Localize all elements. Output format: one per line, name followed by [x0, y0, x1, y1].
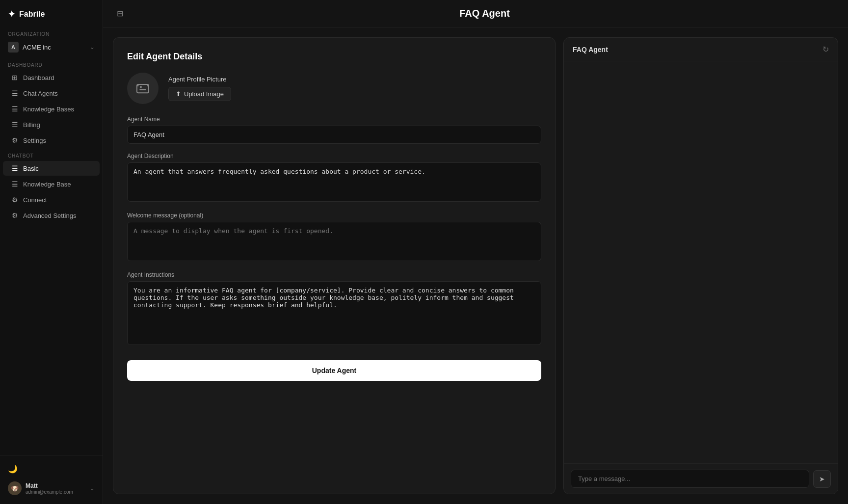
agent-instructions-label: Agent Instructions [127, 271, 541, 278]
chat-send-button[interactable]: ➤ [813, 470, 831, 488]
user-name: Matt [26, 482, 73, 489]
agent-name-input[interactable] [127, 126, 541, 144]
agent-instructions-field-group: Agent Instructions [127, 271, 541, 346]
agent-description-input[interactable] [127, 162, 541, 202]
sidebar-item-dashboard[interactable]: ⊞ Dashboard [3, 70, 100, 85]
org-switcher[interactable]: A ACME inc ⌄ [0, 39, 103, 57]
basic-icon: ☰ [11, 164, 19, 172]
org-name: ACME inc [23, 44, 51, 51]
sidebar-item-basic[interactable]: ☰ Basic [3, 161, 100, 176]
main-body: Edit Agent Details Agent Profile Picture… [103, 27, 848, 504]
sidebar-item-advanced-settings[interactable]: ⚙ Advanced Settings [3, 208, 100, 223]
profile-picture-section: Agent Profile Picture ⬆ Upload Image [127, 73, 541, 104]
chat-input[interactable] [571, 470, 809, 488]
sidebar-item-billing[interactable]: ☰ Billing [3, 117, 100, 132]
user-email: admin@example.com [26, 489, 73, 495]
chevron-down-icon: ⌄ [90, 485, 95, 492]
sidebar-item-label: Advanced Settings [23, 212, 76, 219]
sidebar-item-label: Knowledge Base [23, 181, 71, 188]
sidebar-item-knowledge-base[interactable]: ☰ Knowledge Base [3, 177, 100, 191]
agent-name-label: Agent Name [127, 116, 541, 123]
billing-icon: ☰ [11, 121, 19, 129]
update-agent-button[interactable]: Update Agent [127, 360, 541, 381]
agent-instructions-input[interactable] [127, 281, 541, 345]
agent-description-label: Agent Description [127, 153, 541, 159]
avatar: 🐶 [8, 481, 22, 495]
welcome-message-input[interactable] [127, 222, 541, 261]
chevron-down-icon: ⌄ [90, 44, 95, 51]
sidebar-item-label: Chat Agents [23, 90, 58, 97]
profile-picture-label: Agent Profile Picture [168, 76, 231, 83]
sidebar-bottom: 🌙 🐶 Matt admin@example.com ⌄ [0, 455, 103, 504]
agent-name-field-group: Agent Name [127, 116, 541, 144]
chat-refresh-button[interactable]: ↻ [822, 45, 829, 54]
edit-panel-title: Edit Agent Details [127, 52, 541, 62]
sidebar: ✦ Fabrile Organization A ACME inc ⌄ Dash… [0, 0, 103, 504]
sidebar-item-settings[interactable]: ⚙ Settings [3, 133, 100, 148]
sidebar-item-connect[interactable]: ⚙ Connect [3, 192, 100, 207]
edit-agent-panel: Edit Agent Details Agent Profile Picture… [113, 37, 556, 494]
sidebar-item-label: Settings [23, 137, 46, 144]
logo-icon: ✦ [8, 9, 15, 20]
main-content: ⊟ FAQ Agent Edit Agent Details Agent Pro… [103, 0, 848, 504]
svg-point-1 [140, 86, 142, 88]
user-profile-row[interactable]: 🐶 Matt admin@example.com ⌄ [0, 477, 103, 499]
welcome-message-field-group: Welcome message (optional) [127, 212, 541, 263]
kb-icon: ☰ [11, 180, 19, 188]
sidebar-item-chat-agents[interactable]: ☰ Chat Agents [3, 86, 100, 101]
dashboard-section-label: Dashboard [0, 57, 103, 70]
app-logo: ✦ Fabrile [0, 0, 103, 27]
sidebar-item-label: Dashboard [23, 74, 54, 81]
org-avatar: A [8, 42, 19, 53]
sidebar-item-knowledge-bases[interactable]: ☰ Knowledge Bases [3, 102, 100, 116]
main-header: ⊟ FAQ Agent [103, 0, 848, 27]
svg-rect-2 [139, 89, 146, 90]
sidebar-item-label: Billing [23, 121, 40, 129]
upload-image-label: Upload Image [184, 90, 224, 98]
welcome-message-label: Welcome message (optional) [127, 212, 541, 219]
sidebar-item-label: Knowledge Bases [23, 106, 74, 113]
sidebar-item-label: Basic [23, 165, 39, 172]
chat-panel-title: FAQ Agent [573, 46, 608, 53]
chat-agents-icon: ☰ [11, 89, 19, 97]
chatbot-section-label: Chatbot [0, 148, 103, 160]
upload-icon: ⬆ [176, 90, 181, 98]
avatar [127, 73, 159, 104]
sidebar-item-label: Connect [23, 196, 47, 204]
chat-header: FAQ Agent ↻ [564, 38, 838, 61]
chat-input-row: ➤ [564, 463, 838, 494]
chat-messages-area [564, 61, 838, 463]
org-section-label: Organization [0, 27, 103, 39]
advanced-settings-icon: ⚙ [11, 212, 19, 219]
page-title: FAQ Agent [133, 8, 836, 19]
knowledge-bases-icon: ☰ [11, 105, 19, 113]
dashboard-icon: ⊞ [11, 74, 19, 81]
upload-image-button[interactable]: ⬆ Upload Image [168, 87, 231, 101]
profile-picture-controls: Agent Profile Picture ⬆ Upload Image [168, 76, 231, 101]
settings-icon: ⚙ [11, 136, 19, 144]
toggle-sidebar-button[interactable]: ⊟ [115, 7, 125, 20]
connect-icon: ⚙ [11, 196, 19, 204]
theme-toggle-button[interactable]: 🌙 [0, 460, 103, 477]
chat-panel: FAQ Agent ↻ ➤ [563, 37, 838, 494]
agent-description-field-group: Agent Description [127, 153, 541, 203]
app-name: Fabrile [19, 10, 45, 19]
